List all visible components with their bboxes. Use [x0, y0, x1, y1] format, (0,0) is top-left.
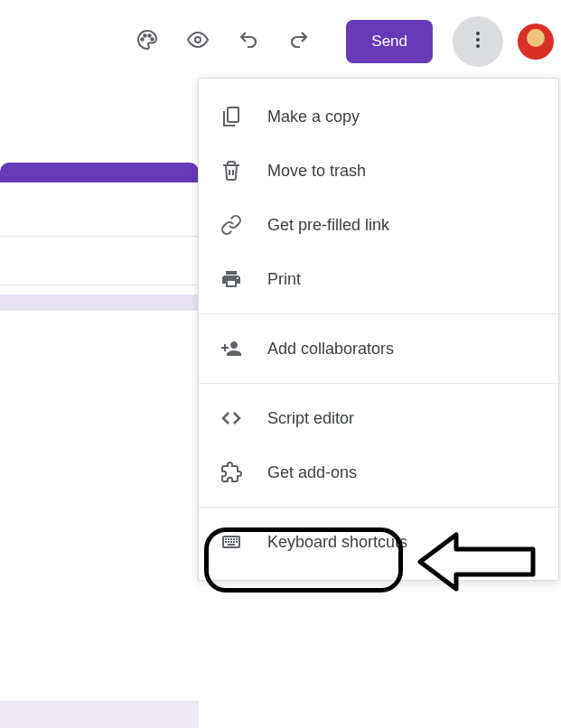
undo-button[interactable] [227, 20, 270, 63]
send-button[interactable]: Send [346, 20, 433, 63]
extension-icon [220, 462, 242, 483]
menu-divider [199, 507, 558, 508]
more-options-button[interactable] [453, 16, 503, 67]
form-footer-strip [0, 701, 199, 728]
trash-icon [220, 160, 242, 182]
menu-item-collaborators[interactable]: Add collaborators [199, 322, 558, 376]
form-background [0, 145, 199, 723]
customize-theme-button[interactable] [126, 20, 169, 63]
menu-label: Move to trash [267, 162, 366, 181]
menu-label: Print [267, 270, 301, 289]
more-vert-icon [467, 29, 489, 54]
menu-item-prefilled-link[interactable]: Get pre-filled link [199, 198, 558, 252]
menu-item-shortcuts[interactable]: Keyboard shortcuts [199, 515, 558, 569]
svg-point-4 [195, 37, 201, 42]
menu-item-script-editor[interactable]: Script editor [199, 391, 558, 445]
svg-rect-8 [228, 107, 238, 122]
redo-icon [288, 29, 310, 54]
people-add-icon [220, 338, 242, 359]
eye-icon [187, 29, 209, 54]
svg-point-5 [476, 32, 480, 35]
copy-icon [220, 106, 242, 127]
menu-item-print[interactable]: Print [199, 252, 558, 306]
svg-point-2 [148, 34, 151, 37]
menu-label: Keyboard shortcuts [267, 533, 407, 552]
svg-point-6 [476, 38, 480, 42]
link-icon [220, 214, 242, 236]
keyboard-icon [220, 531, 242, 553]
svg-point-3 [151, 38, 154, 41]
more-options-menu: Make a copy Move to trash Get pre-filled… [198, 78, 559, 581]
menu-label: Make a copy [267, 107, 360, 126]
menu-label: Get pre-filled link [267, 216, 389, 235]
print-icon [220, 268, 242, 290]
menu-item-addons[interactable]: Get add-ons [199, 445, 558, 499]
avatar[interactable] [518, 23, 554, 60]
menu-label: Get add-ons [267, 463, 357, 482]
svg-point-7 [476, 44, 480, 48]
redo-button[interactable] [277, 20, 321, 63]
menu-label: Script editor [267, 409, 354, 428]
preview-button[interactable] [176, 20, 220, 63]
menu-label: Add collaborators [267, 340, 394, 359]
svg-point-1 [144, 34, 146, 37]
toolbar: Send [0, 0, 561, 83]
menu-divider [199, 313, 558, 314]
palette-icon [136, 29, 158, 54]
svg-point-0 [141, 38, 144, 41]
menu-item-move-trash[interactable]: Move to trash [199, 144, 558, 198]
code-icon [220, 407, 242, 429]
menu-divider [199, 383, 558, 384]
menu-item-make-copy[interactable]: Make a copy [199, 89, 558, 144]
undo-icon [238, 29, 259, 54]
